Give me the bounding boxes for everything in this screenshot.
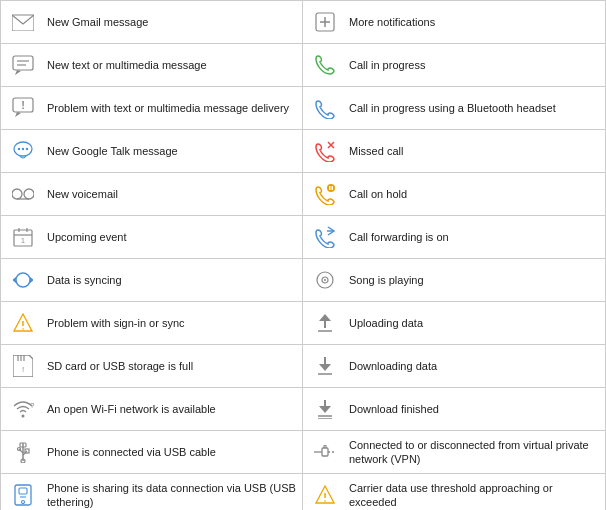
svg-marker-5 [15,70,21,75]
cell-music: Song is playing [303,259,605,301]
svg-point-68 [324,500,326,502]
cell-voicemail: New voicemail [1,173,303,215]
svg-text:!: ! [22,365,24,374]
svg-rect-49 [324,400,326,407]
cell-usb: Phone is connected via USB cable [1,431,303,473]
svg-rect-37 [324,320,326,328]
vpn-label: Connected to or disconnected from virtua… [349,438,599,467]
calendar-label: Upcoming event [47,230,296,244]
cell-call-forward: Call forwarding is on [303,216,605,258]
cell-sync-warning: Problem with sign-in or sync [1,302,303,344]
table-row: New voicemail Call on hold [1,173,605,216]
cell-call-bt: Call in progress using a Bluetooth heads… [303,87,605,129]
svg-rect-22 [332,186,334,190]
sync-warning-label: Problem with sign-in or sync [47,316,296,330]
cell-missed-call: Missed call [303,130,605,172]
svg-text:?: ? [30,401,34,410]
call-bluetooth-label: Call in progress using a Bluetooth heads… [349,101,599,115]
svg-rect-60 [322,448,328,456]
call-bluetooth-icon [309,92,341,124]
svg-rect-44 [324,357,326,365]
svg-point-13 [22,148,24,150]
gmail-icon [7,6,39,38]
table-row: Data is syncing Song is playing [1,259,605,302]
wifi-open-label: An open Wi-Fi network is available [47,402,296,416]
google-talk-icon [7,135,39,167]
call-forwarding-icon [309,221,341,253]
download-label: Downloading data [349,359,599,373]
talk-label: New Google Talk message [47,144,296,158]
cell-download-done: Download finished [303,388,605,430]
svg-point-32 [324,279,326,281]
svg-point-64 [22,501,25,504]
icon-reference-table: New Gmail message More notifications [0,0,606,510]
svg-point-17 [12,189,22,199]
calendar-icon: 1 [7,221,39,253]
svg-marker-9 [15,112,21,117]
table-row: New text or multimedia message Call in p… [1,44,605,87]
call-in-progress-icon [309,49,341,81]
sms-label: New text or multimedia message [47,58,296,72]
missed-call-label: Missed call [349,144,599,158]
sd-card-label: SD card or USB storage is full [47,359,296,373]
gmail-label: New Gmail message [47,15,296,29]
download-done-icon [309,393,341,425]
cell-download: Downloading data [303,345,605,387]
usb-tethering-icon [7,479,39,510]
usb-label: Phone is connected via USB cable [47,445,296,459]
voicemail-icon [7,178,39,210]
music-icon [309,264,341,296]
svg-marker-29 [13,277,16,283]
svg-point-12 [18,148,20,150]
upload-icon [309,307,341,339]
table-row: Problem with sign-in or sync Uploading d… [1,302,605,345]
svg-point-18 [24,189,34,199]
cell-vpn: Connected to or disconnected from virtua… [303,431,605,473]
cell-gmail: New Gmail message [1,1,303,43]
missed-call-icon [309,135,341,167]
sms-icon [7,49,39,81]
svg-rect-4 [13,56,33,70]
cell-carrier-warning: Carrier data use threshold approaching o… [303,474,605,510]
svg-text:!: ! [21,99,25,111]
cell-more-notif: More notifications [303,1,605,43]
usb-tethering-label: Phone is sharing its data connection via… [47,481,296,510]
cell-sms: New text or multimedia message [1,44,303,86]
download-icon [309,350,341,382]
svg-text:1: 1 [21,237,25,244]
cell-sms-problem: ! Problem with text or multimedia messag… [1,87,303,129]
svg-point-46 [22,415,25,418]
music-label: Song is playing [349,273,599,287]
cell-wifi-open: ? An open Wi-Fi network is available [1,388,303,430]
cell-sync: Data is syncing [1,259,303,301]
cell-upload: Uploading data [303,302,605,344]
svg-marker-48 [319,406,331,413]
table-row: ! SD card or USB storage is full Downloa… [1,345,605,388]
sync-label: Data is syncing [47,273,296,287]
sync-warning-icon [7,307,39,339]
call-hold-label: Call on hold [349,187,599,201]
call-in-progress-label: Call in progress [349,58,599,72]
table-row: ? An open Wi-Fi network is available Dow… [1,388,605,431]
cell-calendar: 1 Upcoming event [1,216,303,258]
table-row: Phone is connected via USB cable Connect… [1,431,605,474]
carrier-warning-label: Carrier data use threshold approaching o… [349,481,599,510]
call-hold-icon [309,178,341,210]
svg-point-20 [327,184,335,192]
more-notifications-icon [309,6,341,38]
table-row: 1 Upcoming event Call forwarding is on [1,216,605,259]
call-forwarding-label: Call forwarding is on [349,230,599,244]
sms-problem-icon: ! [7,92,39,124]
svg-rect-21 [329,186,331,190]
download-done-label: Download finished [349,402,599,416]
sync-icon [7,264,39,296]
svg-rect-63 [19,488,27,494]
upload-label: Uploading data [349,316,599,330]
table-row: Phone is sharing its data connection via… [1,474,605,510]
wifi-open-icon: ? [7,393,39,425]
cell-talk: New Google Talk message [1,130,303,172]
sms-problem-label: Problem with text or multimedia message … [47,101,296,115]
cell-call-progress: Call in progress [303,44,605,86]
table-row: New Google Talk message Missed call [1,130,605,173]
svg-marker-36 [319,314,331,321]
